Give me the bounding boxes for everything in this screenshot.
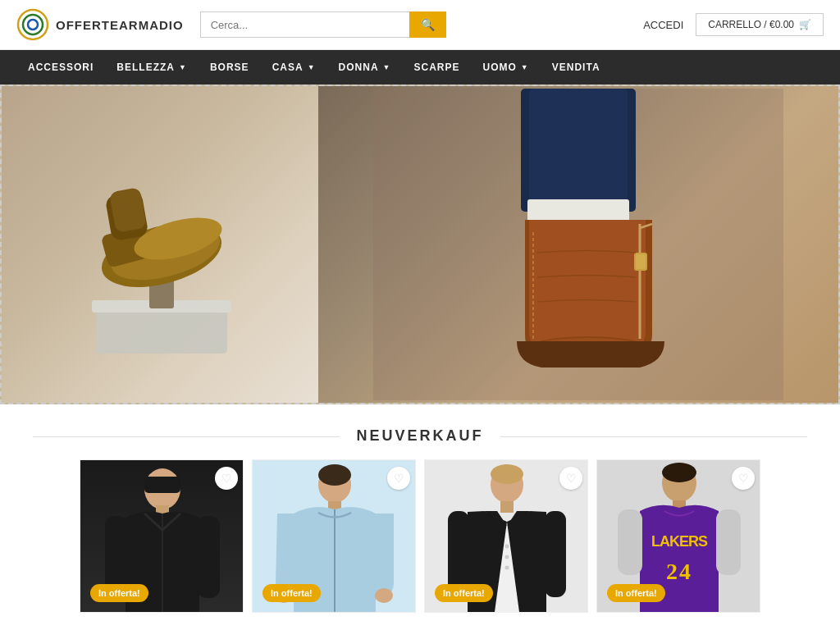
cart-label: CARRELLO / €0.00 [708,19,794,30]
product-image-3[interactable]: In offerta! ♡ [425,460,588,612]
svg-text:24: 24 [666,559,692,584]
header: OFFERTEARMADIO 🔍 ACCEDI CARRELLO / €0.00… [0,0,840,50]
svg-point-30 [318,464,351,486]
product-image-1[interactable]: In offerta! ♡ [80,460,244,612]
nav-label-bellezza: BELLEZZA [116,62,175,73]
products-row: In offerta! ♡ [0,459,840,629]
svg-rect-27 [197,516,220,598]
logo-icon [16,8,49,41]
section-title: NEUVERKAUF [340,427,500,445]
shoe-left-image [47,124,276,403]
search-area: 🔍 [200,11,446,38]
product-image-4[interactable]: LAKERS 24 In offerta! ♡ [597,460,760,612]
nav-item-donna[interactable]: DONNA ▼ [327,50,403,84]
nav-item-vendita[interactable]: VENDITA [541,50,612,84]
hero-right [318,86,838,403]
wishlist-button-1[interactable]: ♡ [215,467,238,490]
nav-label-casa: CASA [272,62,304,73]
wishlist-button-2[interactable]: ♡ [387,467,410,490]
nav-label-borse: BORSE [210,62,249,73]
product-image-2[interactable]: In offerta! ♡ [253,460,416,612]
hero-banner [0,84,840,404]
svg-rect-22 [636,254,646,269]
sale-badge-1: In offerta! [90,584,148,602]
hero-left [2,86,322,403]
svg-rect-24 [144,477,180,493]
product-card-4: LAKERS 24 In offerta! ♡ [596,459,760,613]
nav-item-borse[interactable]: BORSE [199,50,261,84]
chevron-down-icon-casa: ▼ [308,63,316,71]
search-icon: 🔍 [421,18,435,31]
nav-label-donna: DONNA [339,62,379,73]
logo-area[interactable]: OFFERTEARMADIO [16,8,184,41]
section-title-wrap: NEUVERKAUF [0,427,840,445]
chevron-down-icon: ▼ [179,63,187,71]
svg-point-34 [375,588,393,603]
svg-text:LAKERS: LAKERS [651,533,708,550]
chevron-down-icon-donna: ▼ [383,63,391,71]
search-button[interactable]: 🔍 [409,11,446,38]
svg-rect-15 [529,89,628,208]
svg-point-2 [28,20,38,30]
sale-badge-3: In offerta! [435,584,493,602]
logo-text: OFFERTEARMADIO [56,18,184,32]
nav-bar: ACCESSORI BELLEZZA ▼ BORSE CASA ▼ DONNA … [0,50,840,84]
search-input[interactable] [200,11,409,38]
nav-label-vendita: VENDITA [552,62,600,73]
wishlist-button-3[interactable]: ♡ [559,467,582,490]
wishlist-button-4[interactable]: ♡ [732,467,755,490]
sale-badge-2: In offerta! [262,584,321,602]
svg-rect-40 [545,511,566,597]
chevron-down-icon-uomo: ▼ [521,63,529,71]
svg-rect-48 [618,509,642,575]
svg-point-42 [505,555,509,559]
nav-label-accessori: ACCESSORI [28,62,94,73]
accedi-link[interactable]: ACCEDI [643,19,683,31]
nav-item-bellezza[interactable]: BELLEZZA ▼ [105,50,199,84]
nav-item-casa[interactable]: CASA ▼ [261,50,327,84]
cart-icon: 🛒 [799,19,811,30]
svg-point-1 [23,15,43,34]
product-card-3: In offerta! ♡ [424,459,588,613]
nav-item-uomo[interactable]: UOMO ▼ [472,50,541,84]
svg-point-46 [662,463,696,482]
svg-point-41 [505,545,509,549]
product-card-1: In offerta! ♡ [80,459,244,613]
svg-point-43 [505,566,509,570]
svg-rect-49 [716,509,741,575]
boot-image [373,89,783,400]
svg-rect-38 [500,501,514,513]
header-right: ACCEDI CARRELLO / €0.00 🛒 [643,13,824,36]
nav-item-scarpe[interactable]: SCARPE [402,50,471,84]
nav-label-uomo: UOMO [483,62,517,73]
product-card-2: In offerta! ♡ [252,459,416,613]
svg-point-37 [491,464,523,484]
nav-item-accessori[interactable]: ACCESSORI [16,50,105,84]
sale-badge-4: In offerta! [607,584,665,602]
nav-label-scarpe: SCARPE [413,62,459,73]
cart-button[interactable]: CARRELLO / €0.00 🛒 [696,13,824,36]
